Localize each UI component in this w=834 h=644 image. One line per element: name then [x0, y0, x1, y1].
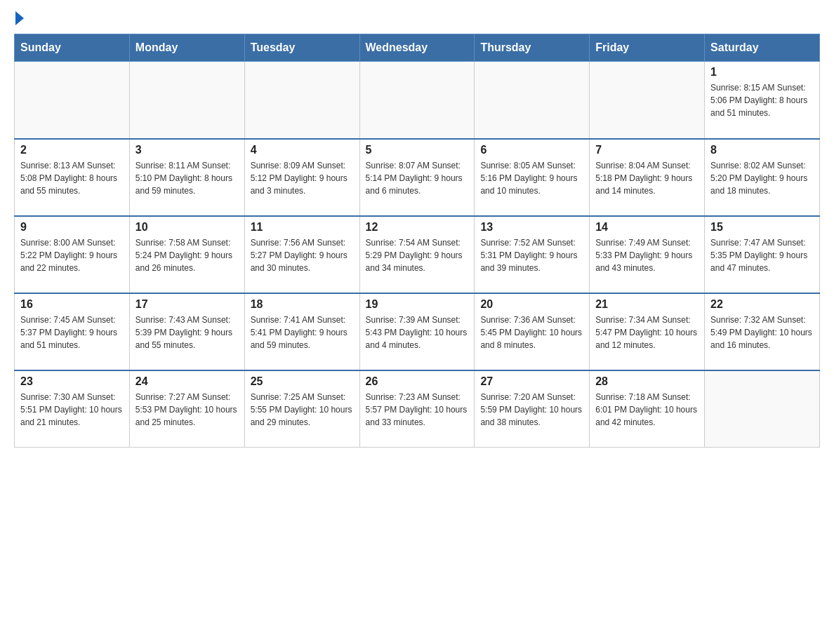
calendar-week-row: 16Sunrise: 7:45 AM Sunset: 5:37 PM Dayli… — [15, 293, 820, 370]
calendar-cell: 16Sunrise: 7:45 AM Sunset: 5:37 PM Dayli… — [15, 293, 130, 370]
day-info: Sunrise: 7:45 AM Sunset: 5:37 PM Dayligh… — [20, 314, 124, 351]
calendar-cell: 8Sunrise: 8:02 AM Sunset: 5:20 PM Daylig… — [705, 139, 820, 216]
day-info: Sunrise: 7:18 AM Sunset: 6:01 PM Dayligh… — [595, 391, 699, 429]
calendar-cell: 14Sunrise: 7:49 AM Sunset: 5:33 PM Dayli… — [590, 216, 705, 293]
day-info: Sunrise: 7:54 AM Sunset: 5:29 PM Dayligh… — [366, 236, 469, 274]
day-info: Sunrise: 8:11 AM Sunset: 5:10 PM Dayligh… — [135, 159, 239, 197]
calendar-cell — [475, 62, 590, 139]
day-number: 18 — [251, 298, 354, 311]
day-number: 28 — [595, 375, 699, 388]
day-info: Sunrise: 7:56 AM Sunset: 5:27 PM Dayligh… — [251, 236, 354, 274]
weekday-header-tuesday: Tuesday — [244, 34, 359, 62]
calendar-cell: 25Sunrise: 7:25 AM Sunset: 5:55 PM Dayli… — [244, 370, 359, 448]
day-number: 22 — [710, 298, 814, 311]
calendar-cell — [244, 62, 359, 139]
day-info: Sunrise: 7:36 AM Sunset: 5:45 PM Dayligh… — [480, 314, 583, 351]
day-info: Sunrise: 8:04 AM Sunset: 5:18 PM Dayligh… — [595, 159, 699, 197]
day-info: Sunrise: 7:30 AM Sunset: 5:51 PM Dayligh… — [20, 391, 124, 429]
calendar-cell — [590, 62, 705, 139]
weekday-header-wednesday: Wednesday — [359, 34, 475, 62]
calendar-cell: 2Sunrise: 8:13 AM Sunset: 5:08 PM Daylig… — [15, 139, 130, 216]
day-info: Sunrise: 7:49 AM Sunset: 5:33 PM Dayligh… — [595, 236, 699, 274]
day-number: 25 — [251, 375, 354, 388]
calendar-cell: 24Sunrise: 7:27 AM Sunset: 5:53 PM Dayli… — [129, 370, 244, 448]
day-number: 21 — [595, 298, 699, 311]
weekday-header-monday: Monday — [129, 34, 244, 62]
day-number: 17 — [135, 298, 239, 311]
weekday-header-saturday: Saturday — [705, 34, 820, 62]
day-info: Sunrise: 7:20 AM Sunset: 5:59 PM Dayligh… — [480, 391, 583, 429]
calendar-cell: 26Sunrise: 7:23 AM Sunset: 5:57 PM Dayli… — [359, 370, 475, 448]
day-info: Sunrise: 7:52 AM Sunset: 5:31 PM Dayligh… — [480, 236, 583, 274]
calendar-cell: 17Sunrise: 7:43 AM Sunset: 5:39 PM Dayli… — [129, 293, 244, 370]
calendar-cell: 22Sunrise: 7:32 AM Sunset: 5:49 PM Dayli… — [705, 293, 820, 370]
calendar-cell: 5Sunrise: 8:07 AM Sunset: 5:14 PM Daylig… — [359, 139, 475, 216]
calendar-cell: 21Sunrise: 7:34 AM Sunset: 5:47 PM Dayli… — [590, 293, 705, 370]
day-info: Sunrise: 7:27 AM Sunset: 5:53 PM Dayligh… — [135, 391, 239, 429]
day-info: Sunrise: 7:58 AM Sunset: 5:24 PM Dayligh… — [135, 236, 239, 274]
day-number: 6 — [480, 144, 583, 156]
calendar-cell: 11Sunrise: 7:56 AM Sunset: 5:27 PM Dayli… — [244, 216, 359, 293]
weekday-header-sunday: Sunday — [15, 34, 130, 62]
day-number: 26 — [366, 375, 469, 388]
weekday-header-friday: Friday — [590, 34, 705, 62]
day-number: 11 — [251, 221, 354, 234]
calendar-cell: 6Sunrise: 8:05 AM Sunset: 5:16 PM Daylig… — [475, 139, 590, 216]
calendar-cell: 10Sunrise: 7:58 AM Sunset: 5:24 PM Dayli… — [129, 216, 244, 293]
calendar-week-row: 23Sunrise: 7:30 AM Sunset: 5:51 PM Dayli… — [15, 370, 820, 448]
day-info: Sunrise: 7:34 AM Sunset: 5:47 PM Dayligh… — [595, 314, 699, 351]
calendar-cell: 23Sunrise: 7:30 AM Sunset: 5:51 PM Dayli… — [15, 370, 130, 448]
day-info: Sunrise: 7:39 AM Sunset: 5:43 PM Dayligh… — [366, 314, 469, 351]
calendar-cell: 27Sunrise: 7:20 AM Sunset: 5:59 PM Dayli… — [475, 370, 590, 448]
day-info: Sunrise: 8:05 AM Sunset: 5:16 PM Dayligh… — [480, 159, 583, 197]
calendar-cell: 7Sunrise: 8:04 AM Sunset: 5:18 PM Daylig… — [590, 139, 705, 216]
calendar-cell: 1Sunrise: 8:15 AM Sunset: 5:06 PM Daylig… — [705, 62, 820, 139]
day-number: 14 — [595, 221, 699, 234]
day-number: 20 — [480, 298, 583, 311]
day-number: 7 — [595, 144, 699, 156]
day-number: 23 — [20, 375, 124, 388]
day-info: Sunrise: 8:07 AM Sunset: 5:14 PM Dayligh… — [366, 159, 469, 197]
day-info: Sunrise: 7:41 AM Sunset: 5:41 PM Dayligh… — [251, 314, 354, 351]
calendar-cell: 12Sunrise: 7:54 AM Sunset: 5:29 PM Dayli… — [359, 216, 475, 293]
day-number: 24 — [135, 375, 239, 388]
logo — [14, 14, 24, 22]
day-info: Sunrise: 8:00 AM Sunset: 5:22 PM Dayligh… — [20, 236, 124, 274]
calendar-cell: 20Sunrise: 7:36 AM Sunset: 5:45 PM Dayli… — [475, 293, 590, 370]
day-info: Sunrise: 8:13 AM Sunset: 5:08 PM Dayligh… — [20, 159, 124, 197]
calendar-cell: 15Sunrise: 7:47 AM Sunset: 5:35 PM Dayli… — [705, 216, 820, 293]
calendar-cell: 3Sunrise: 8:11 AM Sunset: 5:10 PM Daylig… — [129, 139, 244, 216]
calendar-week-row: 1Sunrise: 8:15 AM Sunset: 5:06 PM Daylig… — [15, 62, 820, 139]
day-number: 12 — [366, 221, 469, 234]
calendar-cell: 18Sunrise: 7:41 AM Sunset: 5:41 PM Dayli… — [244, 293, 359, 370]
calendar-cell — [15, 62, 130, 139]
calendar-cell — [129, 62, 244, 139]
day-info: Sunrise: 7:23 AM Sunset: 5:57 PM Dayligh… — [366, 391, 469, 429]
day-number: 13 — [480, 221, 583, 234]
calendar-cell: 28Sunrise: 7:18 AM Sunset: 6:01 PM Dayli… — [590, 370, 705, 448]
day-info: Sunrise: 7:43 AM Sunset: 5:39 PM Dayligh… — [135, 314, 239, 351]
logo-arrow-icon — [15, 11, 24, 25]
calendar-table: SundayMondayTuesdayWednesdayThursdayFrid… — [14, 34, 820, 448]
calendar-cell — [359, 62, 475, 139]
day-info: Sunrise: 8:15 AM Sunset: 5:06 PM Dayligh… — [710, 81, 814, 119]
calendar-cell — [705, 370, 820, 448]
day-number: 3 — [135, 144, 239, 156]
calendar-week-row: 2Sunrise: 8:13 AM Sunset: 5:08 PM Daylig… — [15, 139, 820, 216]
calendar-cell: 13Sunrise: 7:52 AM Sunset: 5:31 PM Dayli… — [475, 216, 590, 293]
day-info: Sunrise: 8:02 AM Sunset: 5:20 PM Dayligh… — [710, 159, 814, 197]
calendar-cell: 4Sunrise: 8:09 AM Sunset: 5:12 PM Daylig… — [244, 139, 359, 216]
day-number: 27 — [480, 375, 583, 388]
day-info: Sunrise: 8:09 AM Sunset: 5:12 PM Dayligh… — [251, 159, 354, 197]
day-number: 2 — [20, 144, 124, 156]
day-number: 8 — [710, 144, 814, 156]
day-number: 19 — [366, 298, 469, 311]
day-number: 4 — [251, 144, 354, 156]
calendar-cell: 19Sunrise: 7:39 AM Sunset: 5:43 PM Dayli… — [359, 293, 475, 370]
day-number: 16 — [20, 298, 124, 311]
logo-text — [14, 14, 24, 25]
weekday-header-row: SundayMondayTuesdayWednesdayThursdayFrid… — [15, 34, 820, 62]
day-number: 5 — [366, 144, 469, 156]
calendar-cell: 9Sunrise: 8:00 AM Sunset: 5:22 PM Daylig… — [15, 216, 130, 293]
day-number: 1 — [710, 66, 814, 79]
